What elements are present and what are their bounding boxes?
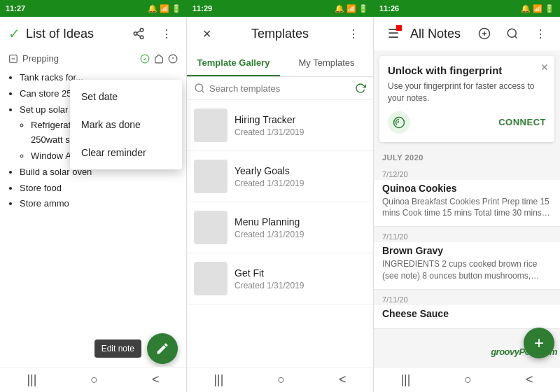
time-panel3: 11:26 — [379, 4, 399, 13]
template-name: Yearly Goals — [234, 165, 304, 176]
tab-my-templates[interactable]: My Templates — [280, 50, 373, 76]
context-clear-reminder[interactable]: Clear reminder — [70, 139, 182, 167]
edit-note-label: Edit note — [94, 340, 141, 358]
panel2-nav-bar: ||| ○ < — [187, 367, 373, 392]
svg-point-1 — [134, 32, 137, 36]
template-list: Hiring Tracker Created 1/31/2019 Yearly … — [187, 100, 373, 367]
template-date: Created 1/31/2019 — [234, 127, 304, 137]
status-bar-panel3: 11:26 🔔📶🔋 — [374, 0, 560, 17]
note-item[interactable]: Quinoa Cookies Quinoa Breakfast Cookies … — [374, 180, 560, 227]
note-title: Cheese Sauce — [382, 308, 552, 319]
svg-point-16 — [507, 29, 516, 37]
template-item[interactable]: Hiring Tracker Created 1/31/2019 — [187, 100, 373, 151]
panel-all-notes: ☰ All Notes ⋮ ✕ Unlock with fingerprint — [374, 17, 560, 392]
refresh-icon[interactable] — [355, 83, 366, 94]
note-title: Brown Gravy — [382, 245, 552, 256]
template-name: Get Fit — [234, 267, 304, 279]
search-icon — [194, 83, 205, 94]
panel-list-of-ideas: ✓ List of Ideas ⋮ Prepping — [0, 17, 187, 392]
recent-apps-btn[interactable]: ||| — [27, 372, 36, 387]
status-icons-panel3: 🔔📶🔋 — [521, 4, 554, 13]
section-icons — [140, 54, 178, 64]
time-panel1: 11:27 — [6, 4, 25, 13]
note-title: Quinoa Cookies — [382, 183, 552, 194]
template-info: Get Fit Created 1/31/2019 — [234, 267, 304, 290]
template-info: Yearly Goals Created 1/31/2019 — [234, 165, 304, 188]
add-note-toolbar-button[interactable] — [473, 22, 496, 45]
template-name: Menu Planning — [234, 216, 304, 227]
template-thumb — [194, 160, 227, 193]
close-unlock-card-button[interactable]: ✕ — [540, 62, 549, 73]
template-item[interactable]: Menu Planning Created 1/31/2019 — [187, 202, 373, 253]
search-input[interactable] — [209, 83, 351, 94]
home-btn[interactable]: ○ — [90, 372, 98, 387]
note-date: 7/12/20 — [374, 164, 560, 180]
status-icons-panel2: 🔔📶🔋 — [335, 4, 368, 13]
svg-line-17 — [514, 36, 517, 38]
share-button[interactable] — [127, 22, 150, 45]
edit-fab-button[interactable] — [147, 333, 178, 364]
connect-button[interactable]: CONNECT — [498, 117, 546, 127]
unlock-card: ✕ Unlock with fingerprint Use your finge… — [379, 56, 554, 142]
time-panel2: 11:29 — [192, 4, 212, 13]
note-preview: Quinoa Breakfast Cookies Print Prep time… — [382, 196, 552, 220]
recent-apps-btn-3[interactable]: ||| — [400, 372, 410, 387]
back-btn-3[interactable]: < — [526, 372, 533, 387]
panel1-bottom-toolbar: Edit note — [0, 330, 186, 367]
unlock-card-footer: CONNECT — [388, 111, 546, 134]
menu-button[interactable]: ☰ — [382, 22, 405, 45]
search-button[interactable] — [501, 22, 524, 45]
template-date: Created 1/31/2019 — [234, 230, 304, 239]
template-search-row — [187, 77, 373, 100]
panel3-nav-bar: ||| ○ < — [374, 367, 560, 392]
recent-apps-btn-2[interactable]: ||| — [214, 372, 223, 387]
template-item[interactable]: Get Fit Created 1/31/2019 — [187, 253, 373, 304]
context-menu: Set date Mark as done Clear reminder — [70, 80, 182, 169]
svg-point-11 — [195, 84, 203, 92]
panel2-more-button[interactable]: ⋮ — [342, 22, 365, 45]
context-mark-done[interactable]: Mark as done — [70, 111, 182, 139]
svg-point-0 — [140, 29, 144, 32]
note-item[interactable]: Cheese Sauce — [374, 305, 560, 329]
home-btn-2[interactable]: ○ — [277, 372, 285, 387]
panel2-toolbar: ✕ Templates ⋮ — [187, 17, 373, 50]
more-options-button[interactable]: ⋮ — [155, 22, 178, 45]
list-item: Store food — [20, 181, 178, 196]
panel1-nav-bar: ||| ○ < — [0, 367, 186, 392]
checkmark-icon: ✓ — [8, 25, 20, 42]
status-bar-panel1: 11:27 🔔📶🔋 — [0, 0, 187, 17]
panel3-title: All Notes — [410, 27, 468, 41]
template-info: Menu Planning Created 1/31/2019 — [234, 216, 304, 239]
template-date: Created 1/31/2019 — [234, 178, 304, 188]
template-thumb — [194, 108, 227, 142]
panel1-title: List of Ideas — [26, 27, 122, 41]
panel3-toolbar: ☰ All Notes ⋮ — [374, 17, 560, 50]
unlock-card-title: Unlock with fingerprint — [388, 64, 546, 76]
section-prepping: Prepping — [0, 50, 186, 66]
panel2-title: Templates — [223, 27, 337, 41]
note-item[interactable]: Brown Gravy INGREDIENTS 2 cups cooked br… — [374, 242, 560, 290]
back-btn-2[interactable]: < — [339, 372, 346, 387]
fingerprint-icon — [388, 111, 410, 134]
date-group-header: JULY 2020 — [374, 148, 560, 164]
tab-template-gallery[interactable]: Template Gallery — [187, 50, 280, 76]
template-item[interactable]: Yearly Goals Created 1/31/2019 — [187, 151, 373, 202]
panel3-more-button[interactable]: ⋮ — [529, 22, 552, 45]
back-btn[interactable]: < — [152, 372, 160, 387]
template-date: Created 1/31/2019 — [234, 281, 304, 290]
list-item: Store ammo — [20, 197, 178, 211]
unlock-card-desc: Use your fingerprint for faster access t… — [388, 80, 546, 104]
template-thumb — [194, 211, 227, 244]
context-set-date[interactable]: Set date — [70, 83, 182, 111]
home-btn-3[interactable]: ○ — [464, 372, 472, 387]
close-button[interactable]: ✕ — [195, 22, 218, 45]
svg-line-3 — [136, 34, 140, 36]
template-info: Hiring Tracker Created 1/31/2019 — [234, 114, 304, 137]
note-date: 7/11/20 — [374, 290, 560, 305]
svg-line-12 — [202, 90, 204, 92]
template-thumb — [194, 262, 227, 295]
svg-line-4 — [136, 31, 140, 33]
templates-tabs: Template Gallery My Templates — [187, 50, 373, 77]
add-note-fab[interactable]: + — [524, 328, 554, 358]
note-preview: INGREDIENTS 2 cups cooked brown rice (se… — [382, 258, 552, 282]
